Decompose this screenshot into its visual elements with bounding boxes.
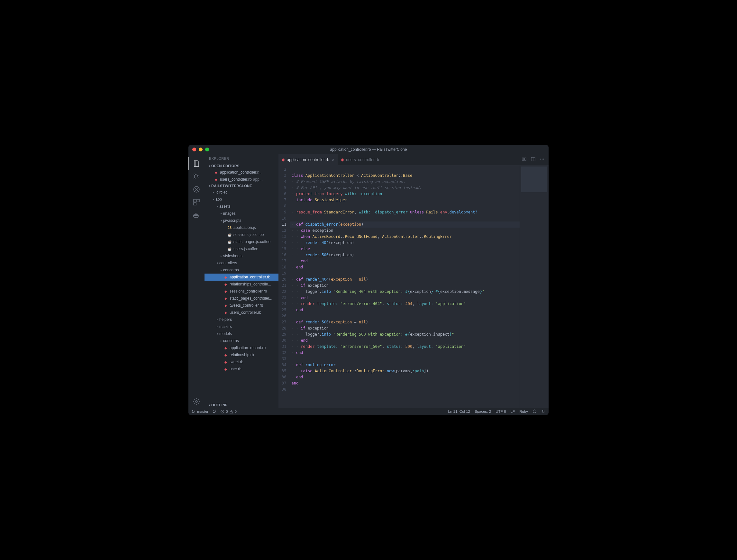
close-tab-icon[interactable]: × bbox=[332, 157, 334, 162]
ruby-icon: ◆ bbox=[223, 296, 228, 301]
traffic-lights bbox=[188, 148, 209, 151]
tree-file[interactable]: ☕users.js.coffee bbox=[205, 245, 278, 252]
feedback-icon[interactable] bbox=[532, 409, 537, 414]
indentation[interactable]: Spaces: 2 bbox=[475, 410, 491, 413]
editor-main: ◆application_controller.rb×◆users_contro… bbox=[278, 154, 549, 408]
sync-icon[interactable] bbox=[212, 409, 216, 414]
split-editor-icon[interactable] bbox=[531, 157, 536, 163]
chevron-icon: ▾ bbox=[219, 219, 223, 222]
tree-folder[interactable]: ▾app bbox=[205, 196, 278, 203]
encoding[interactable]: UTF-8 bbox=[496, 410, 506, 413]
tab-bar: ◆application_controller.rb×◆users_contro… bbox=[278, 154, 549, 165]
tree-folder[interactable]: ▸.circleci bbox=[205, 189, 278, 196]
section-outline[interactable]: OUTLINE bbox=[205, 402, 278, 408]
activity-bar bbox=[188, 154, 205, 408]
chevron-icon: ▾ bbox=[215, 332, 219, 335]
sidebar: EXPLORER OPEN EDITORS ◆application_contr… bbox=[205, 154, 278, 408]
eol[interactable]: LF bbox=[511, 410, 515, 413]
tree-folder[interactable]: ▸concerns bbox=[205, 266, 278, 274]
editor-window: application_controller.rb — RailsTwitter… bbox=[188, 145, 549, 415]
open-editor-item[interactable]: ◆application_controller.r... bbox=[205, 169, 278, 176]
tree-folder[interactable]: ▾javascripts bbox=[205, 217, 278, 224]
section-project[interactable]: RAILSTWITTERCLONE bbox=[205, 183, 278, 189]
compare-icon[interactable] bbox=[522, 157, 527, 163]
tree-folder[interactable]: ▾controllers bbox=[205, 259, 278, 266]
tree-file[interactable]: ◆application_controller.rb bbox=[205, 274, 278, 281]
notifications-icon[interactable] bbox=[541, 409, 545, 414]
tree-file[interactable]: ☕static_pages.js.coffee bbox=[205, 238, 278, 245]
problems[interactable]: 0 0 bbox=[220, 410, 237, 414]
editor-tab[interactable]: ◆application_controller.rb× bbox=[278, 154, 338, 165]
close-window-button[interactable] bbox=[192, 148, 196, 151]
ruby-icon: ◆ bbox=[223, 275, 228, 280]
minimize-window-button[interactable] bbox=[199, 148, 203, 151]
svg-point-18 bbox=[543, 159, 544, 159]
sidebar-title: EXPLORER bbox=[205, 154, 278, 163]
extensions-icon[interactable] bbox=[188, 196, 205, 209]
tree-file[interactable]: ◆application_record.rb bbox=[205, 344, 278, 351]
chevron-icon: ▸ bbox=[215, 318, 219, 321]
tree-file[interactable]: ◆static_pages_controller... bbox=[205, 295, 278, 302]
debug-icon[interactable] bbox=[188, 183, 205, 196]
svg-rect-4 bbox=[194, 199, 196, 202]
status-bar: master 0 0 Ln 11, Col 12 Spaces: 2 UTF-8… bbox=[188, 408, 549, 415]
ruby-icon: ◆ bbox=[214, 170, 219, 175]
chevron-icon: ▸ bbox=[219, 254, 223, 257]
language-mode[interactable]: Ruby bbox=[519, 410, 528, 413]
tree-folder[interactable]: ▸mailers bbox=[205, 323, 278, 330]
cursor-position[interactable]: Ln 11, Col 12 bbox=[448, 410, 470, 413]
js-icon: JS bbox=[227, 225, 232, 230]
ruby-icon: ◆ bbox=[223, 359, 228, 365]
explorer-icon[interactable] bbox=[188, 157, 205, 170]
tree-file[interactable]: ◆users_controller.rb bbox=[205, 309, 278, 316]
chevron-icon: ▸ bbox=[219, 268, 223, 272]
tree-file[interactable]: ☕sessions.js.coffee bbox=[205, 231, 278, 238]
titlebar[interactable]: application_controller.rb — RailsTwitter… bbox=[188, 145, 549, 154]
svg-rect-6 bbox=[194, 203, 196, 205]
ruby-icon: ◆ bbox=[223, 352, 228, 357]
source-control-icon[interactable] bbox=[188, 170, 205, 183]
tree-file[interactable]: ◆relationship.rb bbox=[205, 351, 278, 358]
chevron-icon: ▸ bbox=[219, 339, 223, 342]
svg-point-25 bbox=[534, 411, 534, 411]
chevron-icon: ▸ bbox=[215, 325, 219, 328]
minimap[interactable] bbox=[520, 165, 549, 408]
tree-file[interactable]: JSapplication.js bbox=[205, 224, 278, 231]
tree-folder[interactable]: ▸helpers bbox=[205, 316, 278, 323]
code-editor[interactable]: class ApplicationController < ActionCont… bbox=[290, 165, 520, 408]
svg-rect-13 bbox=[524, 158, 526, 160]
svg-rect-12 bbox=[522, 158, 524, 160]
chevron-icon: ▾ bbox=[215, 261, 219, 265]
svg-rect-5 bbox=[197, 199, 199, 202]
section-open-editors[interactable]: OPEN EDITORS bbox=[205, 163, 278, 169]
ruby-icon: ◆ bbox=[341, 157, 344, 162]
tree-file[interactable]: ◆tweet.rb bbox=[205, 358, 278, 366]
ruby-icon: ◆ bbox=[223, 303, 228, 308]
tree-file[interactable]: ◆tweets_controller.rb bbox=[205, 302, 278, 309]
window-title: application_controller.rb — RailsTwitter… bbox=[188, 147, 549, 152]
tree-folder[interactable]: ▸stylesheets bbox=[205, 252, 278, 259]
editor-tab[interactable]: ◆users_controller.rb bbox=[338, 154, 382, 165]
tree-file[interactable]: ◆relationships_controlle... bbox=[205, 281, 278, 288]
line-gutter[interactable]: 2345678910111213141516171819202122232425… bbox=[278, 165, 290, 408]
file-tree[interactable]: ▸.circleci▾app▾assets▸images▾javascripts… bbox=[205, 189, 278, 402]
ruby-icon: ◆ bbox=[282, 157, 285, 162]
svg-point-19 bbox=[192, 410, 193, 411]
git-branch[interactable]: master bbox=[192, 410, 208, 414]
maximize-window-button[interactable] bbox=[205, 148, 209, 151]
svg-point-21 bbox=[195, 411, 195, 411]
tree-file[interactable]: ◆user.rb bbox=[205, 366, 278, 373]
tree-folder[interactable]: ▸images bbox=[205, 210, 278, 217]
tree-folder[interactable]: ▸concerns bbox=[205, 337, 278, 344]
tree-folder[interactable]: ▾models bbox=[205, 330, 278, 337]
settings-gear-icon[interactable] bbox=[188, 395, 205, 408]
open-editor-item[interactable]: ◆users_controller.rbapp... bbox=[205, 176, 278, 183]
svg-point-16 bbox=[540, 159, 541, 159]
more-actions-icon[interactable] bbox=[540, 157, 545, 163]
tree-file[interactable]: ◆sessions_controller.rb bbox=[205, 288, 278, 295]
tree-folder[interactable]: ▾assets bbox=[205, 203, 278, 210]
coffee-icon: ☕ bbox=[227, 232, 232, 237]
docker-icon[interactable] bbox=[188, 209, 205, 221]
svg-point-1 bbox=[194, 178, 195, 179]
ruby-icon: ◆ bbox=[223, 289, 228, 294]
